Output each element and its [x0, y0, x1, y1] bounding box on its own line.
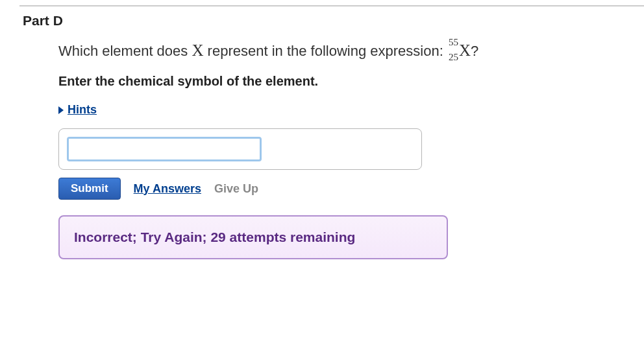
expand-icon — [58, 106, 64, 114]
submit-button[interactable]: Submit — [58, 178, 121, 200]
actions-row: Submit My Answers Give Up — [58, 178, 644, 200]
my-answers-link[interactable]: My Answers — [134, 182, 201, 196]
answer-input[interactable] — [67, 137, 262, 161]
mass-number: 55 — [449, 37, 458, 48]
question-variable: X — [192, 41, 203, 59]
part-title: Part D — [23, 13, 644, 29]
question-middle: represent in the following expression: — [204, 43, 447, 59]
question-text: Which element does X represent in the fo… — [58, 41, 644, 60]
question-suffix: ? — [471, 43, 478, 59]
feedback-text: Incorrect; Try Again; 29 attempts remain… — [74, 229, 432, 245]
feedback-box: Incorrect; Try Again; 29 attempts remain… — [58, 215, 448, 259]
give-up-text: Give Up — [214, 182, 258, 196]
nuclide-symbol: X — [459, 41, 471, 59]
hints-row: Hints — [58, 103, 644, 117]
instruction-text: Enter the chemical symbol of the element… — [58, 74, 644, 89]
hints-link[interactable]: Hints — [68, 103, 97, 116]
answer-container — [58, 128, 422, 170]
nuclide-expression: 5525X — [459, 41, 471, 60]
top-divider — [19, 5, 644, 6]
atomic-number: 25 — [449, 52, 458, 63]
question-prefix: Which element does — [58, 43, 192, 59]
